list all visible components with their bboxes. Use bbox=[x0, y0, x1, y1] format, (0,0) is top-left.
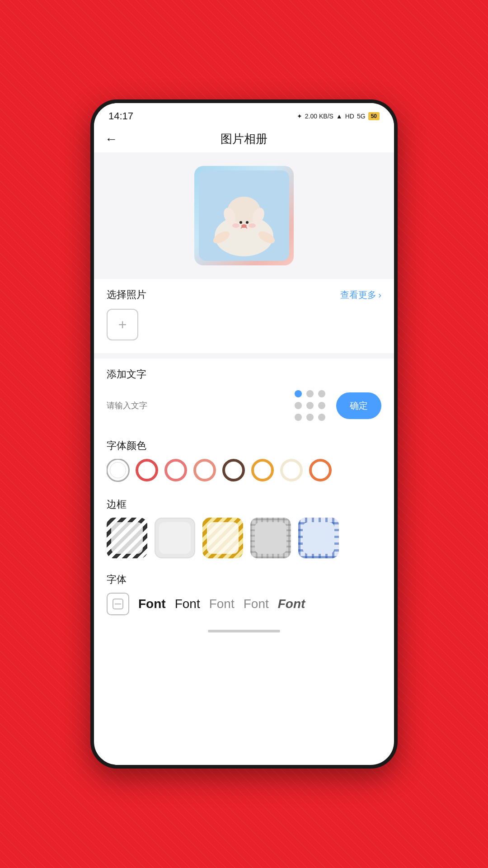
home-indicator bbox=[94, 623, 394, 638]
status-bar: 14:17 ✦ 2.00 KB/S ▲ HD 5G 50 bbox=[94, 103, 394, 126]
border-section: 边框 bbox=[94, 491, 394, 566]
select-photo-section: 选择照片 查看更多 › + bbox=[94, 279, 394, 353]
color-option-coral[interactable] bbox=[164, 459, 187, 481]
select-photo-title: 选择照片 bbox=[107, 288, 146, 302]
plus-icon: + bbox=[118, 316, 127, 333]
select-photo-header: 选择照片 查看更多 › bbox=[107, 288, 381, 302]
phone-frame: 14:17 ✦ 2.00 KB/S ▲ HD 5G 50 ← 图片相册 bbox=[90, 99, 398, 769]
page-title: 图片相册 bbox=[221, 131, 267, 147]
border-option-white-plain[interactable] bbox=[155, 518, 195, 558]
dot-4 bbox=[295, 402, 302, 409]
font-option-medium[interactable]: Font bbox=[175, 597, 200, 611]
preview-image bbox=[194, 166, 294, 265]
dot-6 bbox=[318, 402, 325, 409]
font-option-bold[interactable]: Font bbox=[138, 597, 166, 611]
border-option-black-stripe[interactable] bbox=[107, 518, 147, 558]
svg-point-10 bbox=[246, 221, 249, 224]
hd-badge: HD bbox=[345, 113, 354, 120]
font-section: 字体 Font Font Font bbox=[94, 566, 394, 623]
chevron-right-icon: › bbox=[378, 290, 381, 300]
see-more-button[interactable]: 查看更多 › bbox=[340, 289, 381, 301]
border-section-title: 边框 bbox=[107, 498, 381, 511]
font-color-title: 字体颜色 bbox=[107, 439, 381, 453]
svg-point-14 bbox=[232, 223, 239, 228]
wifi-icon: ▲ bbox=[336, 113, 343, 120]
dots-grid bbox=[293, 388, 327, 423]
color-option-gold[interactable] bbox=[251, 459, 274, 481]
font-thin-label: Font bbox=[244, 597, 269, 611]
font-section-title: 字体 bbox=[107, 573, 381, 586]
font-option-light[interactable]: Font bbox=[209, 597, 235, 611]
page-header: ← 图片相册 bbox=[94, 126, 394, 152]
home-bar bbox=[208, 630, 280, 632]
font-light-label: Font bbox=[209, 597, 235, 611]
add-photo-button[interactable]: + bbox=[107, 309, 138, 340]
color-option-salmon[interactable] bbox=[193, 459, 216, 481]
font-option-none[interactable] bbox=[107, 593, 129, 615]
status-icons: ✦ 2.00 KB/S ▲ HD 5G 50 bbox=[297, 112, 380, 120]
text-input[interactable] bbox=[107, 397, 284, 414]
dot-8 bbox=[306, 414, 314, 421]
font-bold-label: Font bbox=[138, 597, 166, 611]
image-preview-area bbox=[94, 152, 394, 279]
text-input-row: 确定 bbox=[107, 388, 381, 423]
sheep-illustration bbox=[199, 170, 289, 261]
back-button[interactable]: ← bbox=[105, 132, 117, 146]
color-option-none[interactable] bbox=[107, 459, 129, 481]
add-text-section: 添加文字 确定 bbox=[94, 359, 394, 432]
5g-badge: 5G bbox=[357, 113, 366, 120]
dot-2 bbox=[306, 390, 314, 397]
color-option-orange[interactable] bbox=[309, 459, 332, 481]
see-more-label: 查看更多 bbox=[340, 289, 376, 301]
svg-point-9 bbox=[239, 221, 242, 224]
border-option-gold-stripe[interactable] bbox=[202, 518, 243, 558]
dot-9 bbox=[318, 414, 325, 421]
scroll-content: 选择照片 查看更多 › + 添加文字 bbox=[94, 152, 394, 767]
battery-indicator: 50 bbox=[368, 112, 380, 120]
font-medium-label: Font bbox=[175, 597, 200, 611]
border-option-plaid[interactable] bbox=[250, 518, 291, 558]
color-option-brown[interactable] bbox=[222, 459, 245, 481]
color-options-row bbox=[107, 459, 381, 483]
dot-7 bbox=[295, 414, 302, 421]
border-option-blue-check[interactable] bbox=[298, 518, 339, 558]
dot-3 bbox=[318, 390, 325, 397]
font-option-italic[interactable]: Font bbox=[278, 597, 305, 611]
status-time: 14:17 bbox=[108, 110, 133, 122]
svg-point-15 bbox=[249, 223, 256, 228]
color-option-cream[interactable] bbox=[280, 459, 303, 481]
font-color-section: 字体颜色 bbox=[94, 432, 394, 491]
dot-5 bbox=[306, 402, 314, 409]
divider-1 bbox=[94, 353, 394, 359]
font-option-thin[interactable]: Font bbox=[244, 597, 269, 611]
confirm-button[interactable]: 确定 bbox=[336, 392, 381, 419]
font-italic-label: Font bbox=[278, 597, 305, 611]
border-options-row bbox=[107, 518, 381, 558]
font-options-row: Font Font Font Font Font bbox=[107, 593, 381, 615]
speed-indicator: 2.00 KB/S bbox=[305, 113, 333, 120]
font-none-icon bbox=[107, 593, 129, 615]
dot-1 bbox=[295, 390, 302, 397]
color-option-red[interactable] bbox=[136, 459, 158, 481]
add-text-title: 添加文字 bbox=[107, 368, 381, 381]
bluetooth-icon: ✦ bbox=[297, 113, 302, 120]
